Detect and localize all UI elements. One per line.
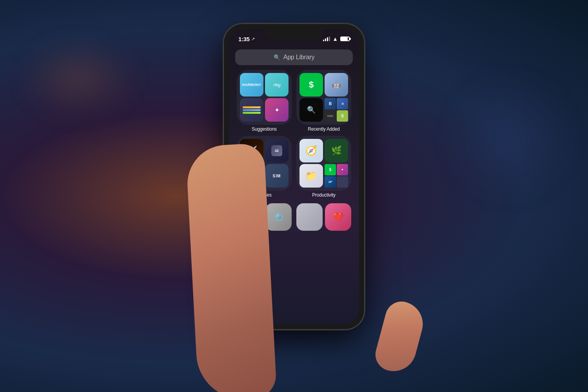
app-1pass-mini[interactable]: 1P [325, 176, 336, 188]
app-pink-partial[interactable]: ❤️ [325, 203, 351, 231]
bottom-row-right: ❤️ [296, 203, 351, 231]
search-bar[interactable]: 🔍 App Library [235, 49, 353, 65]
app-harmony[interactable]: HARMONY [240, 73, 263, 97]
scene: 1:35 ↗ ▲ 🔍 [0, 0, 588, 392]
app-magnify[interactable]: 🔍 [299, 98, 323, 122]
app-robinhood[interactable]: 🌿 [325, 139, 348, 162]
app-gear-partial[interactable]: ⚙️ [265, 203, 292, 231]
app-x-mini[interactable]: ✕ [337, 98, 348, 109]
folder-bottom-right[interactable]: ❤️ [296, 203, 351, 231]
app-safari[interactable]: 🧭 [299, 139, 323, 162]
battery-fill [341, 37, 348, 40]
folder-productivity-grid: 🧭 🌿 📁 $ [296, 136, 351, 191]
notch [265, 29, 323, 40]
hand-left [185, 143, 277, 392]
app-b-mini[interactable]: B [325, 98, 336, 109]
search-placeholder: App Library [283, 54, 315, 61]
folder-suggestions-label: Suggestions [252, 126, 277, 132]
app-cashapp[interactable]: $ [299, 73, 323, 97]
app-wallet[interactable] [240, 98, 263, 122]
app-gray-partial[interactable] [296, 203, 323, 231]
app-nova-swirl[interactable]: ✦ [265, 98, 289, 122]
folder-recently-added-label: Recently Added [308, 126, 339, 132]
hand-right-thumb [372, 298, 428, 376]
app-dice42[interactable]: 42 [265, 139, 289, 162]
app-files[interactable]: 📁 [299, 164, 323, 188]
search-icon: 🔍 [274, 54, 280, 60]
bg-blur-2 [451, 78, 568, 196]
app-sim[interactable]: SIM [265, 164, 289, 188]
signal-icon [323, 36, 330, 41]
wifi-icon: ▲ [332, 36, 338, 42]
folder-recently-added[interactable]: $ 🤖 🔍 B [296, 70, 351, 132]
status-time: 1:35 [238, 36, 250, 42]
app-ring[interactable]: ring [265, 73, 289, 97]
folder-recently-added-grid: $ 🤖 🔍 B [296, 70, 351, 125]
battery-icon [340, 36, 350, 41]
bg-blur-1 [20, 39, 137, 118]
status-icons: ▲ [323, 36, 350, 42]
app-shopify-mini[interactable]: S [337, 110, 348, 122]
folder-productivity[interactable]: 🧭 🌿 📁 $ [296, 136, 351, 198]
folder-suggestions-grid: HARMONY ring [237, 70, 292, 125]
productivity-mini-grid: $ ✦ 1P [325, 164, 348, 188]
app-bot[interactable]: 🤖 [325, 73, 348, 97]
app-row-1: HARMONY ring [235, 70, 353, 132]
folder-productivity-label: Productivity [312, 192, 336, 198]
location-icon: ↗ [251, 36, 255, 42]
folder-suggestions[interactable]: HARMONY ring [237, 70, 292, 132]
app-cash2-mini[interactable]: $ [325, 164, 336, 175]
app-nova2-mini[interactable]: ✦ [337, 164, 348, 175]
app-extra-mini[interactable] [337, 176, 348, 188]
app-mini-grid: B ✕ SMG S [325, 98, 348, 122]
app-smg-mini[interactable]: SMG [325, 110, 336, 122]
